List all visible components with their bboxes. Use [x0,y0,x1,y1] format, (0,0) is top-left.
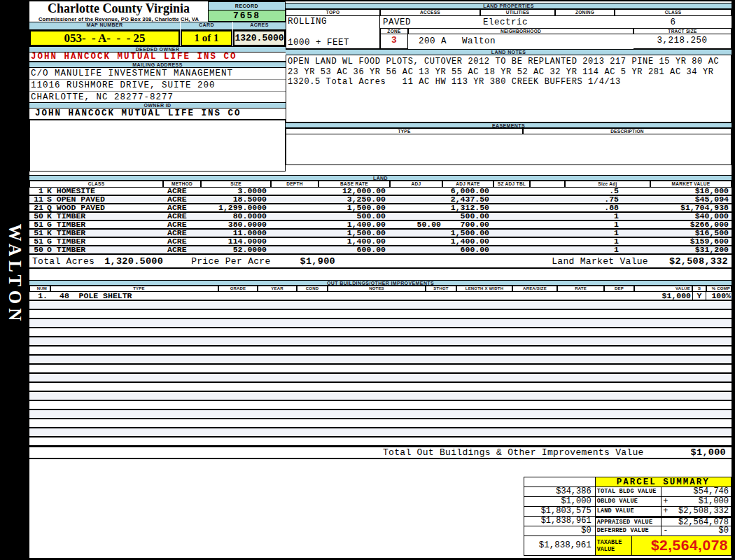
record-label: RECORD [209,2,285,10]
land-row-size-adj: .75 [565,196,650,203]
land-row-class: G TIMBER [43,221,163,228]
land-row-method: ACRE [163,204,201,211]
easements-empty-box [286,134,732,165]
land-market-value: $2,508,332 [648,256,732,267]
land-col-depth: DEPTH [271,181,318,188]
ob-row-dep [604,292,634,300]
summary-prior-value: $1,000 [524,497,595,507]
deeded-owner-value: JOHN HANCOCK MUTUAL LIFE INS CO [29,52,286,62]
summary-row-sign: - [662,526,668,536]
parcel-summary-row: $0DEFERRED VALUE-$0 [524,526,731,536]
land-row-size: 114.0000 [201,238,271,245]
summary-row-label: OBLDG VALUE [595,497,662,507]
land-row-size-adj: 1 [565,238,650,245]
land-notes-line: OPEN LAND WL FOOD PLOTS, CUTOVER 2012 TO… [288,57,731,67]
out-building-empty-row [29,410,732,419]
ob-col-notes: NOTES [328,286,426,292]
summary-prior-value: $1,838,961 [524,517,595,526]
neighborhood-vertical-banner: WALTON [5,224,24,325]
land-row-size: 3.0000 [201,188,271,195]
summary-row-value: $54,746 [661,487,731,497]
land-row-market-value: $45,094 [650,196,732,203]
land-row-base-rate: 1,500.00 [318,204,390,211]
easement-type-label: TYPE [286,128,523,134]
land-row-sz-adj-tbl [493,204,530,211]
total-acres-value: 1,320.5000 [94,256,163,267]
land-row-market-value: $266,000 [650,221,732,228]
land-row-size-adj: .5 [565,188,650,195]
address-line: 11016 RUSHMORE DRIVE, SUITE 200 [29,80,286,92]
ob-col-year: YEAR [258,286,297,292]
ob-col-sthgt: STHGT [426,286,456,292]
land-notes-line: 23 YR 53 AC 36 YR 56 AC 13 YR 55 AC 18 Y… [288,67,731,78]
land-row-adj-rate: 600.00 [442,246,493,253]
summary-row-label: APPRAISED VALUE [595,517,662,526]
land-row-adj-rate: 6,000.00 [442,188,493,195]
land-row-adj-rate: 1,400.00 [442,238,493,245]
land-row-size-adj: 1 [565,213,650,220]
taxable-label-line2: VALUE [597,546,632,553]
land-row-size-adj: 1 [565,246,650,253]
land-row-adj-rate: 500.00 [442,213,493,220]
land-row-sz-adj-tbl [493,221,530,228]
parcel-summary-row: $1,803,575LAND VALUE+$2,508,332 [524,507,731,517]
land-col-size-adj: Size Adj [565,181,650,188]
out-buildings-section: OUT BUILDINGS/OTHER IMPROVEMENTS NUM TYP… [29,280,732,459]
ob-col-length-width: LENGTH X WIDTH [456,286,512,292]
land-row-market-value: $31,200 [650,246,732,253]
land-row-class-num: 50 [29,213,43,220]
parcel-summary-row: $1,838,961APPRAISED VALUE$2,564,078 [524,517,731,526]
land-row-class: O TIMBER [43,246,163,253]
land-row-adj-rate: 1,312.50 [442,204,493,211]
land-section: LAND CLASS METHOD SIZE DEPTH BASE RATE A… [29,175,732,269]
owner-notes-empty-box [29,120,286,172]
zone-extra-value: 200 A [419,36,447,46]
land-row-adj [390,238,442,245]
price-per-acre-value: $1,900 [271,256,335,267]
card-value: 1 of 1 [181,30,232,46]
mailing-address: C/O MANULIFE INVESTMENT MANAGEMENT 11016… [29,68,286,103]
zone-label: ZONE [380,28,408,34]
summary-row-amount: $1,000 [699,497,731,506]
parcel-summary-body: $34,386TOTAL BLDG VALUE$54,746$1,000OBLD… [524,487,731,536]
summary-row-sign: + [662,507,668,516]
land-row-class-num: 11 [29,196,43,203]
summary-row-label: DEFERRED VALUE [595,526,662,536]
zone-value: 3 [380,34,408,49]
out-building-empty-row [29,401,732,410]
land-row-size: 380.0000 [201,221,271,228]
access-label: ACCESS [380,9,480,16]
land-row-class: K HOMESITE [43,188,163,195]
land-row-method: ACRE [163,230,201,237]
land-row-depth [271,188,318,195]
land-row-depth [271,221,318,228]
land-row-blank [530,204,565,211]
parcel-summary-header: PARCEL SUMMARY [524,477,731,487]
summary-row-sign: + [662,497,668,506]
land-row-size: 11.0000 [201,230,271,237]
land-row-base-rate: 1,400.00 [318,238,390,245]
summary-row-amount: $2,508,332 [678,507,731,516]
land-row-method: ACRE [163,188,201,195]
land-col-sz-adj-tbl: SZ ADJ TBL [493,181,530,188]
ob-row-rate [557,292,604,300]
ob-row-num: 1. [29,292,50,300]
out-building-empty-row [29,383,732,392]
out-buildings-header: NUM TYPE GRADE YEAR COND NOTES STHGT LEN… [29,286,732,292]
land-row-class-num: 51 [29,221,43,228]
summary-prior-value: $0 [524,526,595,536]
access-value: PAVED [383,18,411,27]
land-row-adj-rate: 700.00 [442,221,493,228]
out-building-empty-row [29,301,732,310]
parcel-summary: PARCEL SUMMARY $34,386TOTAL BLDG VALUE$5… [524,477,732,556]
land-row-size-adj: .88 [565,204,650,211]
ob-col-grade: GRADE [218,286,258,292]
land-row-size: 80.0000 [201,213,271,220]
summary-row-value: +$1,000 [661,497,731,507]
land-total-row: Total Acres 1,320.5000 Price Per Acre $1… [29,255,732,269]
taxable-prior-value: $1,838,961 [524,536,595,556]
land-row-class-num: 51 [29,230,43,237]
ob-total-value: $1,000 [691,447,732,458]
ob-row-pct-comp: 100% [706,292,732,300]
summary-row-label: LAND VALUE [595,507,662,517]
